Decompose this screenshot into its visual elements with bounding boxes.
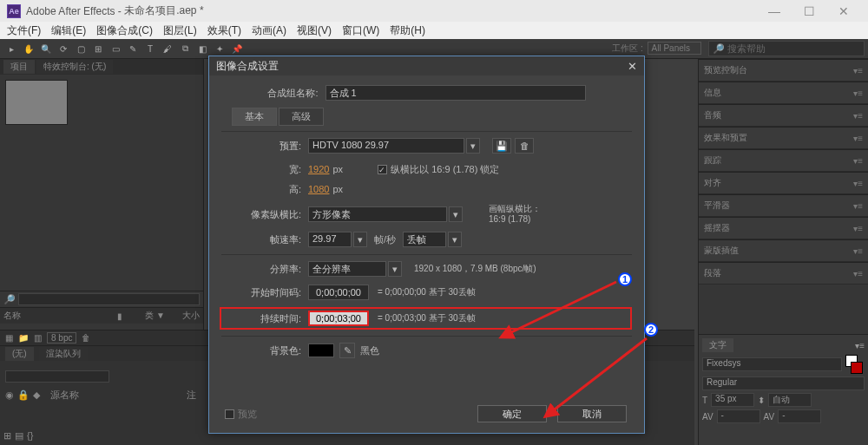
zoom-tool-icon[interactable]: 🔍: [38, 41, 54, 56]
eyedropper-button[interactable]: ✎: [339, 343, 355, 358]
lock-icon[interactable]: 🔒: [17, 389, 30, 401]
panel-maskinterp[interactable]: 蒙版插值: [704, 245, 739, 257]
menu-composition[interactable]: 图像合成(C): [96, 23, 153, 38]
interpret-icon[interactable]: ▦: [5, 333, 13, 343]
font-size-input[interactable]: 35 px: [711, 393, 754, 407]
search-help-input[interactable]: 🔎 搜索帮助: [708, 41, 865, 56]
leading-input[interactable]: 自动: [768, 393, 812, 407]
panel-menu-icon[interactable]: ▾≡: [853, 201, 863, 211]
panel-align[interactable]: 对齐: [704, 177, 721, 189]
panel-effects[interactable]: 效果和预置: [704, 132, 747, 144]
height-value[interactable]: 1080: [308, 184, 329, 194]
panel-menu-icon[interactable]: ▾≡: [853, 134, 863, 143]
toggle-brackets-icon[interactable]: {}: [27, 430, 33, 442]
preset-select[interactable]: HDTV 1080 29.97: [308, 138, 464, 154]
duration-input[interactable]: [308, 311, 369, 326]
text-color-swatch[interactable]: [845, 355, 865, 374]
menu-help[interactable]: 帮助(H): [390, 23, 425, 38]
panel-info[interactable]: 信息: [704, 87, 721, 99]
col-name[interactable]: 名称: [3, 310, 21, 322]
bgcolor-swatch[interactable]: [308, 344, 334, 357]
chevron-down-icon[interactable]: ▾: [353, 232, 367, 247]
panel-menu-icon[interactable]: ▾≡: [853, 246, 863, 256]
start-timecode-input[interactable]: [308, 285, 369, 300]
toggle-switches-icon[interactable]: ⊞: [3, 430, 11, 442]
tracking-input[interactable]: -: [778, 409, 821, 423]
menu-effect[interactable]: 效果(T): [207, 23, 241, 38]
fps-input[interactable]: 29.97: [308, 232, 352, 247]
menu-animation[interactable]: 动画(A): [252, 23, 286, 38]
width-value[interactable]: 1920: [308, 164, 329, 174]
chevron-down-icon[interactable]: ▾: [448, 232, 462, 247]
close-button[interactable]: ✕: [826, 4, 861, 18]
mask-tool-icon[interactable]: ▭: [108, 41, 123, 56]
font-family-select[interactable]: Fixedsys: [702, 357, 842, 371]
menu-window[interactable]: 窗口(W): [342, 23, 379, 38]
menu-file[interactable]: 文件(F): [7, 23, 41, 38]
project-search-input[interactable]: [18, 293, 200, 305]
cancel-button[interactable]: 取消: [557, 405, 627, 422]
panel-menu-icon[interactable]: ▾≡: [853, 269, 863, 278]
dropframe-select[interactable]: 丢帧: [403, 232, 446, 247]
trash-icon[interactable]: 🗑: [82, 333, 90, 343]
camera-tool-icon[interactable]: ▢: [73, 41, 89, 56]
toggle-modes-icon[interactable]: ▤: [15, 430, 23, 442]
menu-edit[interactable]: 编辑(E): [51, 23, 86, 38]
col-label-icon[interactable]: ▮: [117, 311, 128, 321]
rotate-tool-icon[interactable]: ⟳: [56, 41, 71, 56]
chevron-down-icon[interactable]: ▾: [388, 261, 402, 277]
text-tool-icon[interactable]: T: [142, 41, 158, 56]
comment-header[interactable]: 注: [187, 389, 196, 402]
tab-basic[interactable]: 基本: [232, 108, 277, 126]
panel-tracker[interactable]: 跟踪: [704, 154, 721, 167]
brush-tool-icon[interactable]: 🖌: [160, 41, 175, 56]
par-select[interactable]: 方形像素: [308, 206, 447, 222]
panel-menu-icon[interactable]: ▾≡: [853, 156, 863, 166]
chevron-down-icon[interactable]: ▾: [466, 138, 480, 154]
pan-behind-tool-icon[interactable]: ⊞: [90, 41, 106, 56]
eraser-tool-icon[interactable]: ◧: [194, 41, 210, 56]
maximize-button[interactable]: ☐: [792, 4, 826, 18]
puppet-tool-icon[interactable]: 📌: [229, 41, 245, 56]
panel-wiggler[interactable]: 摇摆器: [704, 222, 730, 234]
delete-preset-button[interactable]: 🗑: [515, 138, 534, 154]
comp-name-input[interactable]: [326, 85, 586, 101]
col-type[interactable]: 类 ▼: [145, 310, 165, 322]
panel-menu-icon[interactable]: ▾≡: [853, 179, 863, 188]
bpc-button[interactable]: 8 bpc: [47, 332, 76, 344]
panel-smoother[interactable]: 平滑器: [704, 200, 730, 212]
chevron-down-icon[interactable]: ▾: [449, 206, 463, 222]
clone-tool-icon[interactable]: ⧉: [177, 41, 193, 56]
kerning-input[interactable]: -: [717, 409, 760, 423]
panel-menu-icon[interactable]: ▾≡: [853, 111, 863, 121]
roto-tool-icon[interactable]: ✦: [212, 41, 227, 56]
workspace-value[interactable]: All Panels: [648, 42, 701, 55]
av-icon[interactable]: ◉: [5, 389, 14, 401]
ok-button[interactable]: 确定: [477, 405, 547, 422]
folder-icon[interactable]: 📁: [18, 333, 29, 343]
save-preset-button[interactable]: 💾: [492, 138, 511, 154]
source-name-header[interactable]: 源名称: [50, 389, 79, 402]
pen-tool-icon[interactable]: ✎: [125, 41, 141, 56]
panel-audio[interactable]: 音频: [704, 109, 721, 121]
panel-preview[interactable]: 预览控制台: [704, 64, 747, 76]
tab-advanced[interactable]: 高级: [279, 108, 324, 126]
hand-tool-icon[interactable]: ✋: [21, 41, 36, 56]
tab-render-queue[interactable]: 渲染队列: [39, 347, 88, 361]
comp-icon[interactable]: ▥: [34, 333, 42, 343]
tab-project[interactable]: 项目: [3, 60, 35, 74]
col-size[interactable]: 大小: [182, 310, 200, 322]
menu-layer[interactable]: 图层(L): [163, 23, 197, 38]
preview-checkbox[interactable]: [225, 409, 234, 419]
panel-menu-icon[interactable]: ▾≡: [853, 66, 863, 75]
panel-menu-icon[interactable]: ▾≡: [853, 224, 863, 233]
lock-aspect-checkbox[interactable]: [378, 165, 387, 174]
resolution-select[interactable]: 全分辨率: [308, 261, 386, 277]
minimize-button[interactable]: —: [757, 4, 792, 18]
tab-character[interactable]: 文字: [702, 338, 733, 352]
composition-thumbnail[interactable]: [5, 80, 68, 125]
panel-paragraph[interactable]: 段落: [704, 267, 721, 279]
tab-none[interactable]: (无): [5, 347, 34, 361]
dialog-close-button[interactable]: ✕: [628, 60, 637, 73]
font-style-select[interactable]: Regular: [702, 376, 865, 390]
